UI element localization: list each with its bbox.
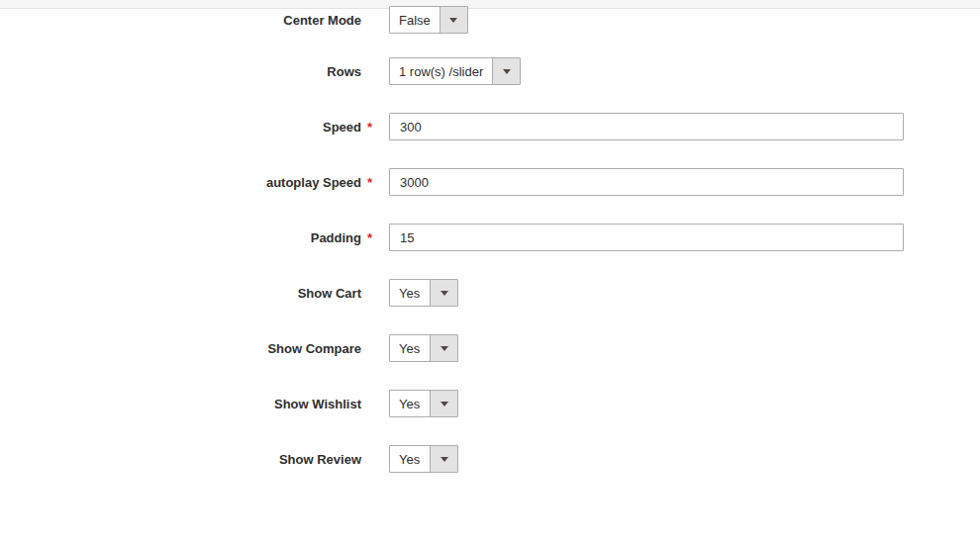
field-label-text: Show Cart: [298, 286, 361, 301]
field-control: Yes: [389, 376, 458, 431]
admin-slider-settings-form: Center Mode False Rows 1 row(s) /slider …: [0, 0, 980, 542]
field-label-text: Center Mode: [283, 13, 361, 28]
chevron-down-icon[interactable]: [430, 391, 457, 416]
form-field-row: autoplay Speed *: [0, 154, 980, 210]
caret-triangle: [449, 18, 457, 23]
field-label: Show Cart: [0, 265, 361, 320]
caret-triangle: [441, 291, 448, 296]
field-control: [389, 210, 904, 265]
form-field-row: Rows 1 row(s) /slider: [0, 44, 980, 99]
form-field-row: Center Mode False: [0, 0, 980, 47]
autoplay-speed-input[interactable]: [389, 168, 904, 196]
field-label-text: Padding: [311, 230, 361, 245]
field-label: Center Mode: [0, 0, 361, 47]
required-asterisk: *: [367, 154, 372, 210]
field-control: Yes: [389, 265, 458, 320]
caret-triangle: [441, 402, 448, 406]
field-label: Padding: [0, 210, 361, 265]
select-value: Yes: [390, 280, 430, 306]
select-value: Yes: [390, 335, 430, 361]
field-control: [389, 154, 904, 210]
chevron-down-icon[interactable]: [440, 7, 467, 33]
field-label: Speed: [0, 99, 361, 154]
field-label-text: Show Wishlist: [274, 397, 361, 411]
form-fields: Center Mode False Rows 1 row(s) /slider …: [0, 0, 980, 542]
field-label-text: Rows: [327, 64, 361, 79]
show-review-select[interactable]: Yes: [389, 445, 458, 473]
form-field-row: Speed *: [0, 99, 980, 154]
form-field-row: Padding *: [0, 210, 980, 265]
field-control: Yes: [389, 431, 458, 487]
field-control: 1 row(s) /slider: [389, 44, 521, 99]
center-mode-select[interactable]: False: [389, 6, 468, 34]
chevron-down-icon[interactable]: [492, 58, 520, 84]
chevron-down-icon[interactable]: [430, 446, 457, 472]
select-value: 1 row(s) /slider: [390, 58, 492, 84]
field-label-text: Show Review: [279, 452, 361, 467]
select-value: Yes: [390, 391, 430, 416]
caret-triangle: [441, 346, 448, 351]
field-label: autoplay Speed: [0, 154, 361, 210]
required-asterisk: *: [367, 210, 372, 265]
select-value: Yes: [390, 446, 430, 472]
field-label: Show Review: [0, 431, 361, 487]
form-field-row: Show Review Yes: [0, 431, 980, 487]
required-asterisk: *: [367, 99, 372, 154]
show-cart-select[interactable]: Yes: [389, 279, 458, 307]
form-field-row: Show Compare Yes: [0, 320, 980, 376]
rows-select[interactable]: 1 row(s) /slider: [389, 57, 521, 85]
chevron-down-icon[interactable]: [430, 335, 457, 361]
field-control: [389, 99, 904, 154]
field-label: Show Wishlist: [0, 376, 361, 431]
show-wishlist-select[interactable]: Yes: [389, 390, 458, 417]
caret-triangle: [503, 69, 511, 74]
field-label-text: Show Compare: [267, 341, 361, 356]
show-compare-select[interactable]: Yes: [389, 334, 458, 362]
field-label-text: autoplay Speed: [266, 175, 361, 190]
field-control: False: [389, 0, 468, 47]
form-field-row: Show Wishlist Yes: [0, 376, 980, 431]
speed-input[interactable]: [389, 113, 904, 140]
field-label: Rows: [0, 44, 361, 99]
select-value: False: [390, 7, 440, 33]
caret-triangle: [441, 457, 448, 462]
field-label: Show Compare: [0, 320, 361, 376]
field-label-text: Speed: [323, 120, 361, 135]
padding-input[interactable]: [389, 224, 904, 251]
field-control: Yes: [389, 320, 458, 376]
form-field-row: Show Cart Yes: [0, 265, 980, 320]
chevron-down-icon[interactable]: [430, 280, 457, 306]
